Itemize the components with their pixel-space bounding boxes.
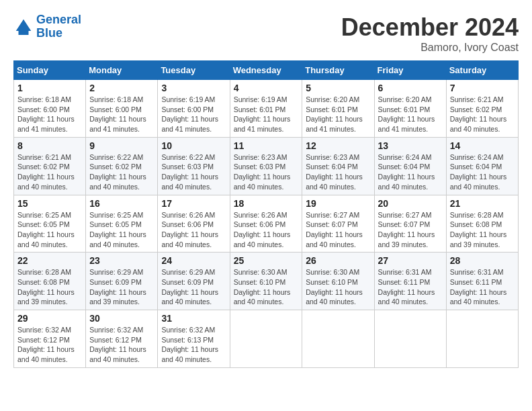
calendar-week-row: 15Sunrise: 6:25 AMSunset: 6:05 PMDayligh…	[14, 195, 519, 253]
day-info: Sunrise: 6:29 AMSunset: 6:09 PMDaylight:…	[161, 267, 226, 307]
day-info: Sunrise: 6:21 AMSunset: 6:02 PMDaylight:…	[17, 152, 82, 192]
day-number: 5	[306, 83, 370, 93]
day-info: Sunrise: 6:32 AMSunset: 6:12 PMDaylight:…	[89, 325, 154, 365]
svg-rect-1	[19, 31, 29, 35]
day-info: Sunrise: 6:28 AMSunset: 6:08 PMDaylight:…	[450, 210, 515, 250]
day-info: Sunrise: 6:24 AMSunset: 6:04 PMDaylight:…	[378, 152, 443, 192]
calendar-day-cell	[302, 310, 374, 368]
day-number: 28	[450, 255, 515, 266]
day-info: Sunrise: 6:23 AMSunset: 6:03 PMDaylight:…	[234, 152, 299, 192]
calendar-header-row: SundayMondayTuesdayWednesdayThursdayFrid…	[14, 61, 519, 80]
calendar-day-cell: 12Sunrise: 6:23 AMSunset: 6:04 PMDayligh…	[302, 137, 374, 195]
calendar-day-cell: 18Sunrise: 6:26 AMSunset: 6:06 PMDayligh…	[230, 195, 302, 253]
calendar-day-cell: 4Sunrise: 6:19 AMSunset: 6:01 PMDaylight…	[230, 80, 302, 138]
calendar-week-row: 29Sunrise: 6:32 AMSunset: 6:12 PMDayligh…	[14, 310, 519, 368]
day-number: 6	[378, 83, 443, 93]
day-number: 4	[234, 83, 299, 93]
calendar-day-cell: 19Sunrise: 6:27 AMSunset: 6:07 PMDayligh…	[302, 195, 374, 253]
logo-text: General Blue	[36, 13, 81, 40]
day-number: 12	[306, 140, 370, 151]
day-number: 3	[161, 83, 226, 93]
day-number: 18	[234, 198, 299, 209]
weekday-header: Monday	[86, 61, 158, 80]
calendar-day-cell: 10Sunrise: 6:22 AMSunset: 6:03 PMDayligh…	[158, 137, 230, 195]
calendar-week-row: 22Sunrise: 6:28 AMSunset: 6:08 PMDayligh…	[14, 253, 519, 310]
calendar-day-cell: 30Sunrise: 6:32 AMSunset: 6:12 PMDayligh…	[86, 310, 158, 368]
day-number: 24	[161, 255, 226, 266]
weekday-header: Tuesday	[158, 61, 230, 80]
day-number: 31	[161, 313, 226, 324]
day-info: Sunrise: 6:19 AMSunset: 6:00 PMDaylight:…	[161, 95, 226, 134]
day-number: 14	[450, 140, 515, 151]
weekday-header: Wednesday	[230, 61, 302, 80]
logo-icon	[13, 17, 34, 37]
calendar-day-cell: 27Sunrise: 6:31 AMSunset: 6:11 PMDayligh…	[374, 253, 446, 310]
calendar-day-cell: 7Sunrise: 6:21 AMSunset: 6:02 PMDaylight…	[446, 80, 518, 138]
calendar-day-cell: 3Sunrise: 6:19 AMSunset: 6:00 PMDaylight…	[158, 80, 230, 138]
calendar-day-cell: 14Sunrise: 6:24 AMSunset: 6:04 PMDayligh…	[446, 137, 518, 195]
day-info: Sunrise: 6:30 AMSunset: 6:10 PMDaylight:…	[306, 267, 370, 307]
day-info: Sunrise: 6:18 AMSunset: 6:00 PMDaylight:…	[17, 95, 82, 134]
day-number: 10	[161, 140, 226, 151]
svg-marker-0	[16, 19, 32, 31]
calendar-day-cell: 1Sunrise: 6:18 AMSunset: 6:00 PMDaylight…	[14, 80, 86, 138]
calendar-day-cell: 20Sunrise: 6:27 AMSunset: 6:07 PMDayligh…	[374, 195, 446, 253]
day-info: Sunrise: 6:25 AMSunset: 6:05 PMDaylight:…	[17, 210, 82, 250]
day-info: Sunrise: 6:21 AMSunset: 6:02 PMDaylight:…	[450, 95, 515, 134]
calendar-day-cell: 29Sunrise: 6:32 AMSunset: 6:12 PMDayligh…	[14, 310, 86, 368]
title-block: December 2024 Bamoro, Ivory Coast	[341, 13, 519, 54]
day-info: Sunrise: 6:20 AMSunset: 6:01 PMDaylight:…	[306, 95, 370, 134]
day-info: Sunrise: 6:27 AMSunset: 6:07 PMDaylight:…	[378, 210, 443, 250]
calendar-day-cell: 25Sunrise: 6:30 AMSunset: 6:10 PMDayligh…	[230, 253, 302, 310]
calendar-day-cell: 23Sunrise: 6:29 AMSunset: 6:09 PMDayligh…	[86, 253, 158, 310]
calendar-day-cell	[374, 310, 446, 368]
day-info: Sunrise: 6:31 AMSunset: 6:11 PMDaylight:…	[450, 267, 515, 307]
day-number: 13	[378, 140, 443, 151]
calendar-day-cell: 5Sunrise: 6:20 AMSunset: 6:01 PMDaylight…	[302, 80, 374, 138]
calendar-day-cell: 8Sunrise: 6:21 AMSunset: 6:02 PMDaylight…	[14, 137, 86, 195]
day-info: Sunrise: 6:30 AMSunset: 6:10 PMDaylight:…	[234, 267, 299, 307]
day-info: Sunrise: 6:20 AMSunset: 6:01 PMDaylight:…	[378, 95, 443, 134]
calendar-day-cell: 17Sunrise: 6:26 AMSunset: 6:06 PMDayligh…	[158, 195, 230, 253]
day-info: Sunrise: 6:29 AMSunset: 6:09 PMDaylight:…	[89, 267, 154, 307]
day-info: Sunrise: 6:26 AMSunset: 6:06 PMDaylight:…	[234, 210, 299, 250]
day-number: 9	[89, 140, 154, 151]
calendar-day-cell: 13Sunrise: 6:24 AMSunset: 6:04 PMDayligh…	[374, 137, 446, 195]
calendar-day-cell: 16Sunrise: 6:25 AMSunset: 6:05 PMDayligh…	[86, 195, 158, 253]
day-info: Sunrise: 6:19 AMSunset: 6:01 PMDaylight:…	[234, 95, 299, 134]
day-number: 27	[378, 255, 443, 266]
day-info: Sunrise: 6:28 AMSunset: 6:08 PMDaylight:…	[17, 267, 82, 307]
day-number: 2	[89, 83, 154, 93]
day-info: Sunrise: 6:32 AMSunset: 6:12 PMDaylight:…	[17, 325, 82, 365]
day-info: Sunrise: 6:24 AMSunset: 6:04 PMDaylight:…	[450, 152, 515, 192]
day-info: Sunrise: 6:31 AMSunset: 6:11 PMDaylight:…	[378, 267, 443, 307]
day-number: 26	[306, 255, 370, 266]
day-number: 8	[17, 140, 82, 151]
day-info: Sunrise: 6:18 AMSunset: 6:00 PMDaylight:…	[89, 95, 154, 134]
day-number: 15	[17, 198, 82, 209]
month-title: December 2024	[341, 13, 519, 42]
day-number: 22	[17, 255, 82, 266]
calendar-day-cell: 31Sunrise: 6:32 AMSunset: 6:13 PMDayligh…	[158, 310, 230, 368]
calendar-day-cell: 22Sunrise: 6:28 AMSunset: 6:08 PMDayligh…	[14, 253, 86, 310]
day-number: 19	[306, 198, 370, 209]
day-info: Sunrise: 6:26 AMSunset: 6:06 PMDaylight:…	[161, 210, 226, 250]
day-info: Sunrise: 6:27 AMSunset: 6:07 PMDaylight:…	[306, 210, 370, 250]
page-header: General Blue December 2024 Bamoro, Ivory…	[13, 13, 519, 54]
day-number: 29	[17, 313, 82, 324]
weekday-header: Friday	[374, 61, 446, 80]
calendar-day-cell: 11Sunrise: 6:23 AMSunset: 6:03 PMDayligh…	[230, 137, 302, 195]
day-info: Sunrise: 6:22 AMSunset: 6:03 PMDaylight:…	[161, 152, 226, 192]
calendar-day-cell: 6Sunrise: 6:20 AMSunset: 6:01 PMDaylight…	[374, 80, 446, 138]
calendar-day-cell: 15Sunrise: 6:25 AMSunset: 6:05 PMDayligh…	[14, 195, 86, 253]
weekday-header: Sunday	[14, 61, 86, 80]
calendar-day-cell: 2Sunrise: 6:18 AMSunset: 6:00 PMDaylight…	[86, 80, 158, 138]
day-number: 30	[89, 313, 154, 324]
day-info: Sunrise: 6:25 AMSunset: 6:05 PMDaylight:…	[89, 210, 154, 250]
calendar-day-cell	[230, 310, 302, 368]
day-number: 23	[89, 255, 154, 266]
calendar-day-cell: 28Sunrise: 6:31 AMSunset: 6:11 PMDayligh…	[446, 253, 518, 310]
calendar-day-cell: 24Sunrise: 6:29 AMSunset: 6:09 PMDayligh…	[158, 253, 230, 310]
day-info: Sunrise: 6:23 AMSunset: 6:04 PMDaylight:…	[306, 152, 370, 192]
calendar-day-cell: 26Sunrise: 6:30 AMSunset: 6:10 PMDayligh…	[302, 253, 374, 310]
